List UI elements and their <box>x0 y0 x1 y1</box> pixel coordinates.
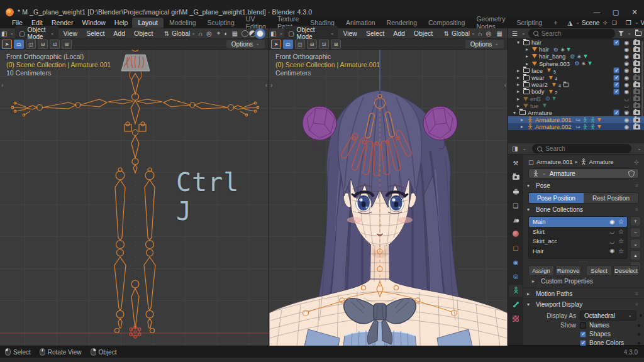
expand-caret-icon[interactable]: ▸ <box>521 124 527 129</box>
viewport-menu-object[interactable]: Object <box>410 30 436 37</box>
expand-caret-icon[interactable]: ▸ <box>517 68 523 74</box>
outliner-row-collection-hair[interactable]: ▾ hair ◉ <box>508 39 644 46</box>
collection-checkbox[interactable] <box>613 67 619 74</box>
camera-visibility-toggle[interactable] <box>633 68 640 73</box>
outliner-row-collection-armature[interactable]: ▾ Armature ◉ <box>508 109 644 116</box>
options-chevron-icon[interactable]: ⌄ <box>637 147 641 151</box>
viewport-menu-object[interactable]: Object <box>130 30 157 37</box>
copy-icon[interactable]: ❏ <box>611 19 618 26</box>
outliner-row-collection-wear2[interactable]: ▸ wear2 4 ◉ <box>508 81 644 88</box>
animate-decorator[interactable] <box>638 333 640 336</box>
tab-constraints[interactable]: ◎ <box>509 270 523 282</box>
workspace-tab-animation[interactable]: Animation <box>340 18 381 28</box>
workspace-tab-scripting[interactable]: Scripting <box>511 18 548 28</box>
expand-caret-icon[interactable]: ▸ <box>526 61 532 67</box>
outliner-row-mesh-tue[interactable]: ▸ tue ◡ <box>508 102 644 109</box>
outliner-search-input[interactable]: Search <box>528 29 616 38</box>
shading-material-icon[interactable] <box>257 30 264 37</box>
tab-output[interactable] <box>509 185 523 197</box>
expand-caret-icon[interactable]: ▸ <box>526 47 532 52</box>
outliner-row-mesh-hair[interactable]: ▸ hair ⚙∗ ◉ <box>508 46 644 53</box>
hide-eye-toggle[interactable]: ◉ <box>624 40 629 46</box>
scene-selector[interactable]: ◮ ⌄ Scene ⊹ ❏ <box>564 19 621 26</box>
gizmo-icon[interactable]: ⌖ <box>216 30 222 37</box>
outliner-row-collection-wear[interactable]: ▸ wear 4 ◉ <box>508 74 644 81</box>
expand-caret-icon[interactable]: ▸ <box>517 96 523 102</box>
animate-decorator[interactable] <box>638 342 640 344</box>
camera-visibility-toggle[interactable] <box>633 118 640 123</box>
bone-collection-row-skirt[interactable]: Skirt ◡☆ <box>529 227 627 237</box>
shapes-checkbox[interactable] <box>580 331 586 337</box>
solo-star-toggle[interactable]: ☆ <box>618 248 624 255</box>
viewport-menu-add[interactable]: Add <box>389 30 409 37</box>
hide-eye-toggle[interactable]: ◡ <box>624 102 629 109</box>
view-layer-selector[interactable]: ❒ ⌄ ViewLayer ❏ ✕ <box>621 19 644 26</box>
hide-eye-toggle[interactable]: ◉ <box>624 67 629 74</box>
viewport-left[interactable]: ◧ ⌄ ▢ Object Mode ⌄ View Select Add Obje… <box>0 28 269 346</box>
tab-view-layer[interactable]: ❏ <box>509 200 523 212</box>
camera-visibility-toggle[interactable] <box>633 40 640 45</box>
bone-colors-checkbox[interactable] <box>580 340 586 346</box>
select-mode-invert-icon[interactable]: ⊡ <box>319 40 329 49</box>
armature-name-field[interactable]: ⌄ Armature <box>528 168 639 178</box>
outliner-row-armature-001[interactable]: ▸ Armature.001 ↪ ◉ <box>508 116 644 123</box>
workspace-tab-compositing[interactable]: Compositing <box>423 18 470 28</box>
visibility-eye-toggle[interactable]: ◉ <box>609 219 614 225</box>
outliner-row-mesh-erib[interactable]: ▸ eriB ⚙ ◡ <box>508 96 644 102</box>
bone-collections-panel-header[interactable]: ▾ Bone Collections ≡ <box>523 206 644 213</box>
tab-bone[interactable] <box>509 299 523 310</box>
select-mode-intersect-icon[interactable]: ⊞ <box>62 40 72 49</box>
outliner-row-collection-body[interactable]: ▸ body 2 ◉ <box>508 88 644 95</box>
camera-visibility-toggle[interactable] <box>633 96 640 101</box>
viewport-menu-view[interactable]: View <box>339 30 361 37</box>
shading-solid-icon[interactable] <box>249 30 256 37</box>
hide-eye-toggle[interactable]: ◉ <box>624 109 629 116</box>
workspace-tab-rendering[interactable]: Rendering <box>381 18 423 28</box>
select-mode-extend-icon[interactable]: ◫ <box>295 40 305 49</box>
collection-checkbox[interactable] <box>613 109 619 116</box>
snap-magnet-icon[interactable]: ∩ <box>197 30 204 37</box>
remove-button[interactable]: Remove <box>555 265 581 276</box>
outliner-row-mesh-sphere-003[interactable]: ▸ Sphere.003 ⚙∗ ◉ <box>508 60 644 67</box>
outliner-row-armature-002[interactable]: ▸ Armature.002 ↪ ◉ <box>508 123 644 130</box>
proportional-edit-icon[interactable]: ◎ <box>205 30 213 37</box>
hide-eye-toggle[interactable]: ◉ <box>624 60 629 67</box>
toolbar-expand-arrow[interactable]: › <box>1 82 3 89</box>
hide-eye-toggle[interactable]: ◉ <box>624 75 629 81</box>
names-checkbox[interactable] <box>580 322 586 329</box>
active-tool-tweak-icon[interactable]: ➤ <box>271 40 281 49</box>
properties-search-input[interactable]: Search <box>532 144 631 153</box>
breadcrumb-object[interactable]: Armature.001 <box>536 158 573 165</box>
outliner-row-collection-face[interactable]: ▸ face 5 ◉ <box>508 67 644 74</box>
select-mode-subtract-icon[interactable]: ⊟ <box>307 40 317 49</box>
menu-window[interactable]: Window <box>77 19 109 26</box>
tab-render[interactable] <box>509 172 523 184</box>
outliner-scrollbar[interactable] <box>641 41 643 116</box>
collection-checkbox[interactable] <box>613 75 619 81</box>
shield-fake-user-icon[interactable] <box>628 170 635 177</box>
select-mode-intersect-icon[interactable]: ⊞ <box>331 40 341 49</box>
properties-editor-icon[interactable]: ◨ <box>511 145 519 152</box>
tab-physics[interactable]: ◉ <box>509 256 523 268</box>
camera-visibility-toggle[interactable] <box>633 82 640 87</box>
expand-caret-icon[interactable]: ▸ <box>521 117 527 123</box>
viewport-display-header[interactable]: ▾ Viewport Display ≡ <box>523 299 644 308</box>
orientation-label[interactable]: Global <box>452 30 470 37</box>
viewport-menu-select[interactable]: Select <box>362 30 388 37</box>
camera-visibility-toggle[interactable] <box>633 103 640 108</box>
orientation-label[interactable]: Global <box>172 30 190 37</box>
collection-checkbox[interactable] <box>613 82 619 88</box>
hide-eye-toggle[interactable]: ◉ <box>624 124 629 130</box>
workspace-tab-modeling[interactable]: Modeling <box>164 18 202 28</box>
workspace-tab-layout[interactable]: Layout <box>132 18 164 28</box>
tab-object-data-armature[interactable] <box>509 285 523 297</box>
visibility-eye-toggle[interactable]: ◡ <box>609 228 614 234</box>
hide-eye-toggle[interactable]: ◉ <box>624 47 629 53</box>
expand-caret-icon[interactable]: ▸ <box>517 89 523 94</box>
add-bone-collection-button[interactable]: + <box>630 216 641 226</box>
camera-visibility-toggle[interactable] <box>633 75 640 80</box>
hide-eye-toggle[interactable]: ◉ <box>624 117 629 123</box>
tab-scene[interactable] <box>509 214 523 226</box>
close-button[interactable]: ✕ <box>625 7 644 17</box>
expand-caret-icon[interactable]: ▾ <box>517 40 523 45</box>
